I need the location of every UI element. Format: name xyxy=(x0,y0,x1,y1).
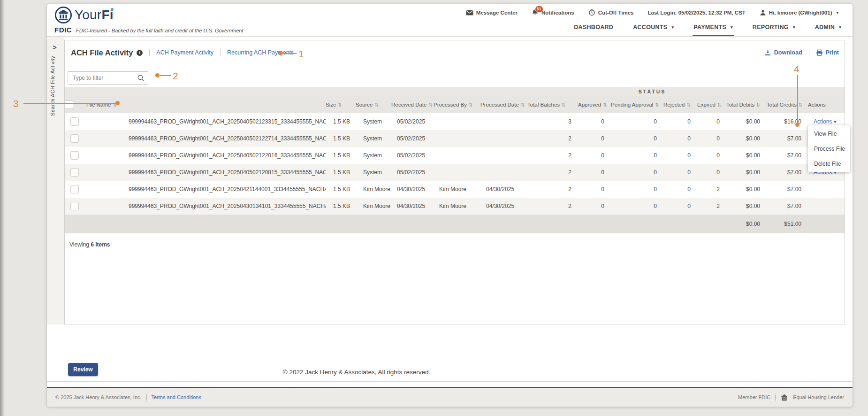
row-checkbox[interactable] xyxy=(70,117,79,126)
link-recurring-ach-payments[interactable]: Recurring ACH Payments xyxy=(227,49,294,56)
row-checkbox[interactable] xyxy=(70,202,79,210)
notifications-link[interactable]: 51 Notifications xyxy=(532,9,574,16)
cell-source: System xyxy=(356,147,391,164)
row-checkbox[interactable] xyxy=(70,185,79,193)
group-spacer xyxy=(726,87,845,96)
column-header-processed-date[interactable]: Processed Date⇅ xyxy=(480,96,527,113)
cell-pending: 0 xyxy=(611,113,663,130)
column-header-pending-approval[interactable]: Pending Approval⇅ xyxy=(611,96,663,113)
column-header-total-batches[interactable]: Total Batches⇅ xyxy=(527,96,578,113)
filter-input[interactable] xyxy=(68,71,148,85)
table-row: 999994463_PROD_GWright001_ACH_2025040502… xyxy=(65,147,845,164)
terms-and-conditions-link[interactable]: Terms and Conditions xyxy=(152,394,201,400)
cell-approved: 0 xyxy=(578,130,611,147)
select-all-checkbox[interactable] xyxy=(65,100,73,109)
logo-text: YourFi xyxy=(75,8,114,23)
info-icon[interactable]: i xyxy=(137,50,143,56)
divider xyxy=(47,381,853,382)
callout-2-dot xyxy=(155,73,160,77)
cell-size: 1.5 KB xyxy=(326,130,356,147)
chevron-down-icon: ▾ xyxy=(836,10,838,15)
row-checkbox[interactable] xyxy=(70,168,79,177)
cell-size: 1.5 KB xyxy=(326,113,356,130)
column-header-approved[interactable]: Approved⇅ xyxy=(578,96,611,113)
card-title-row: ACH File Activity i ACH Payment Activity… xyxy=(65,40,845,65)
column-header-file-name[interactable]: File Name⇅ xyxy=(86,96,326,113)
totals-row: $0.00 $51.00 xyxy=(65,215,845,233)
equal-housing-icon xyxy=(780,394,788,401)
column-header-total-credits[interactable]: Total Credits⇅ xyxy=(767,96,808,113)
column-header-total-debits[interactable]: Total Debits⇅ xyxy=(726,96,767,113)
nav-reporting[interactable]: REPORTING▾ xyxy=(752,20,796,36)
cell-credits: $16.00 xyxy=(767,113,808,130)
menu-item-view-file[interactable]: View File xyxy=(808,126,850,141)
nav-dashboard[interactable]: DASHBOARD xyxy=(573,20,614,36)
column-header-processed-by[interactable]: Processed By⇅ xyxy=(434,96,480,113)
callout-2-number: 2 xyxy=(173,71,178,81)
cell-size: 1.5 KB xyxy=(326,181,356,198)
status-group-row: STATUS xyxy=(65,87,845,96)
cell-approved: 0 xyxy=(578,113,611,130)
cell-source: System xyxy=(356,113,391,130)
sort-icon: ⇅ xyxy=(521,102,525,108)
column-header-rejected[interactable]: Rejected⇅ xyxy=(663,96,697,113)
sort-icon: ⇅ xyxy=(374,102,378,108)
cell-rejected: 0 xyxy=(663,181,697,198)
person-icon xyxy=(760,9,766,16)
sort-icon: ⇅ xyxy=(799,102,802,108)
cell-credits: $7.00 xyxy=(767,164,808,181)
cutoff-times-link[interactable]: Cut-Off Times xyxy=(588,9,634,16)
menu-item-delete-file[interactable]: Delete File xyxy=(808,156,850,171)
row-actions-button[interactable]: Actions ▾ xyxy=(814,118,837,125)
cell-debits: $0.00 xyxy=(726,181,767,198)
callout-1-number: 1 xyxy=(298,49,304,59)
window-edge-shadow xyxy=(0,0,5,416)
search-icon[interactable] xyxy=(137,74,145,82)
cell-processed_date xyxy=(480,164,527,181)
nav-payments[interactable]: PAYMENTS▾ xyxy=(693,20,734,36)
cell-expired: 0 xyxy=(697,113,726,130)
cell-batches: 2 xyxy=(527,130,578,147)
user-menu[interactable]: Hi, kmoore (GWright001) ▾ xyxy=(760,9,838,16)
column-header-row: File Name⇅ Size⇅ Source⇅ Received Date⇅ … xyxy=(65,96,845,113)
download-button[interactable]: Download xyxy=(764,49,802,56)
column-header-actions: Actions xyxy=(808,96,845,113)
fdic-note: FDIC-Insured - Backed by the full faith … xyxy=(76,28,243,33)
row-checkbox[interactable] xyxy=(70,151,79,160)
nav-accounts[interactable]: ACCOUNTS▾ xyxy=(632,20,675,36)
nav-admin[interactable]: ADMIN▾ xyxy=(814,20,842,36)
cell-expired: 2 xyxy=(697,181,726,198)
cell-processed_date xyxy=(480,113,527,130)
message-center-link[interactable]: Message Center xyxy=(466,10,518,15)
cell-expired: 0 xyxy=(697,147,726,164)
cell-debits: $0.00 xyxy=(726,198,767,215)
cell-batches: 3 xyxy=(527,113,578,130)
print-button[interactable]: Print xyxy=(816,49,839,56)
logo-blue-dot xyxy=(111,8,114,11)
expand-panel-chevron-icon[interactable]: > xyxy=(53,43,57,51)
cell-actions xyxy=(808,198,845,215)
cell-expired: 0 xyxy=(697,164,726,181)
utility-bar: Message Center 51 Notifications Cut-Off … xyxy=(466,9,838,16)
sort-icon: ⇅ xyxy=(603,102,607,108)
column-header-expired[interactable]: Expired⇅ xyxy=(697,96,726,113)
column-header-source[interactable]: Source⇅ xyxy=(356,96,391,113)
menu-item-process-file[interactable]: Process File xyxy=(808,141,850,156)
column-header-received-date[interactable]: Received Date⇅ xyxy=(391,96,434,113)
sort-icon: ⇅ xyxy=(655,102,659,108)
cell-debits: $0.00 xyxy=(726,164,767,181)
cell-rejected: 0 xyxy=(663,147,697,164)
table-row: 999994463_PROD_GWright001_ACH_2025040502… xyxy=(65,130,845,147)
column-header-size[interactable]: Size⇅ xyxy=(326,96,356,113)
cell-pending: 0 xyxy=(611,198,663,215)
link-ach-payment-activity[interactable]: ACH Payment Activity xyxy=(156,49,213,56)
cell-debits: $0.00 xyxy=(726,147,767,164)
divider xyxy=(146,394,147,401)
cell-pending: 0 xyxy=(611,147,663,164)
row-checkbox[interactable] xyxy=(70,134,79,143)
actions-dropdown-menu: View File Process File Delete File xyxy=(808,125,850,172)
cell-rejected: 0 xyxy=(663,198,697,215)
content-copyright: © 2022 Jack Henry & Associates, All righ… xyxy=(47,369,666,376)
clock-icon xyxy=(588,9,595,16)
cell-approved: 0 xyxy=(578,198,611,215)
